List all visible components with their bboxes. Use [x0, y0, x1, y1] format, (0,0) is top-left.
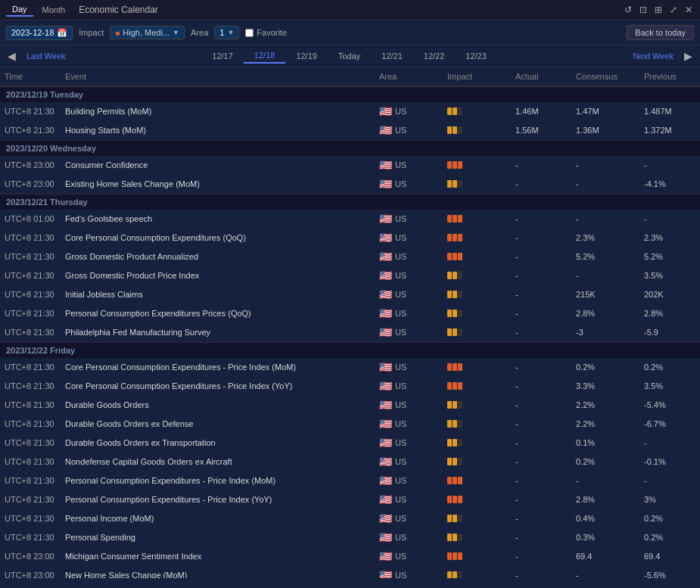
nav-date-1222[interactable]: 12/22 — [413, 49, 456, 63]
cell-time: UTC+8 21:30 — [0, 530, 61, 545]
area-text: US — [395, 107, 406, 116]
col-event: Event — [61, 70, 375, 82]
cell-previous: 1.487M — [639, 104, 700, 119]
flag-icon: 🇺🇸 — [379, 456, 392, 468]
impact-bars — [447, 552, 462, 560]
cell-actual: - — [511, 249, 571, 264]
impact-select[interactable]: ■ High, Medi... ▼ — [110, 26, 185, 39]
flag-icon: 🇺🇸 — [379, 159, 392, 171]
area-text: US — [395, 328, 406, 337]
cell-time: UTC+8 21:30 — [0, 492, 61, 507]
cell-event: Personal Spending — [61, 530, 375, 545]
impact-bars — [447, 571, 462, 578]
flag-icon: 🇺🇸 — [379, 288, 392, 300]
flag-icon: 🇺🇸 — [379, 232, 392, 244]
table-row[interactable]: UTC+8 21:30 Gross Domestic Product Price… — [0, 266, 700, 285]
cell-previous: 5.2% — [639, 249, 700, 264]
layout2-icon[interactable]: ⊞ — [653, 3, 664, 17]
table-row[interactable]: UTC+8 23:00 Existing Home Sales Change (… — [0, 175, 700, 194]
area-select[interactable]: 1 ▼ — [214, 26, 239, 39]
cell-impact — [443, 455, 511, 468]
cell-impact — [443, 269, 511, 282]
table-row[interactable]: UTC+8 21:30 Initial Jobless Claims 🇺🇸 US… — [0, 285, 700, 304]
area-text: US — [395, 179, 406, 188]
favorite-checkbox[interactable] — [245, 29, 254, 37]
impact-label: Impact — [79, 28, 104, 37]
cell-consensus: 5.2% — [571, 249, 639, 264]
cell-actual: - — [511, 511, 571, 526]
area-value: 1 — [219, 28, 224, 37]
cell-area: 🇺🇸 US — [375, 377, 443, 395]
cell-actual: - — [511, 268, 571, 283]
flag-icon: 🇺🇸 — [379, 361, 392, 373]
cell-impact — [443, 474, 511, 487]
table-row[interactable]: UTC+8 21:30 Personal Income (MoM) 🇺🇸 US … — [0, 509, 700, 528]
nav-right-arrow[interactable]: ▶ — [680, 48, 697, 64]
cell-consensus: 2.3% — [571, 230, 639, 245]
nav-last-week[interactable]: Last Week — [20, 50, 72, 62]
table-row[interactable]: UTC+8 21:30 Philadelphia Fed Manufacturi… — [0, 323, 700, 342]
cell-event: New Home Sales Change (MoM) — [61, 568, 375, 578]
table-row[interactable]: UTC+8 23:00 Consumer Confidence 🇺🇸 US - … — [0, 156, 700, 175]
cell-area: 🇺🇸 US — [375, 471, 443, 490]
table-row[interactable]: UTC+8 21:30 Core Personal Consumption Ex… — [0, 229, 700, 247]
nav-left-arrow[interactable]: ◀ — [3, 48, 20, 64]
table-row[interactable]: UTC+8 23:00 New Home Sales Change (MoM) … — [0, 566, 700, 578]
favorite-checkbox-label[interactable]: Favorite — [245, 28, 287, 37]
cell-time: UTC+8 23:00 — [0, 549, 61, 564]
date-input[interactable]: 2023-12-18 📅 — [6, 26, 73, 40]
nav-date-1219[interactable]: 12/19 — [285, 49, 328, 63]
cell-impact — [443, 530, 511, 544]
cell-actual: - — [511, 287, 571, 302]
cell-previous: -5.9 — [639, 325, 700, 340]
tab-month[interactable]: Month — [36, 4, 72, 16]
cell-impact — [443, 123, 511, 137]
nav-date-today[interactable]: Today — [328, 49, 371, 63]
table-row[interactable]: UTC+8 21:30 Durable Goods Orders 🇺🇸 US -… — [0, 396, 700, 415]
table-row[interactable]: UTC+8 21:30 Personal Consumption Expendi… — [0, 304, 700, 323]
cell-impact — [443, 436, 511, 450]
table-row[interactable]: UTC+8 21:30 Personal Consumption Expendi… — [0, 490, 700, 509]
table-row[interactable]: UTC+8 21:30 Nondefense Capital Goods Ord… — [0, 453, 700, 471]
table-row[interactable]: UTC+8 21:30 Core Personal Consumption Ex… — [0, 377, 700, 396]
refresh-icon[interactable]: ↺ — [623, 3, 633, 17]
table-row[interactable]: UTC+8 21:30 Gross Domestic Product Annua… — [0, 247, 700, 266]
nav-date-1217[interactable]: 12/17 — [201, 49, 244, 63]
flag-icon: 🇺🇸 — [379, 418, 392, 430]
table-row[interactable]: UTC+8 21:30 Durable Goods Orders ex Tran… — [0, 434, 700, 453]
layout1-icon[interactable]: ⊡ — [638, 3, 649, 17]
nav-date-1218[interactable]: 12/18 — [244, 48, 286, 64]
cell-impact — [443, 360, 511, 374]
close-icon[interactable]: ✕ — [683, 3, 694, 17]
impact-bars — [447, 215, 462, 222]
cell-area: 🇺🇸 US — [375, 396, 443, 414]
calendar-icon[interactable]: 📅 — [57, 28, 67, 38]
table-row[interactable]: UTC+8 23:00 Michigan Consumer Sentiment … — [0, 547, 700, 566]
cell-area: 🇺🇸 US — [375, 358, 443, 376]
cell-impact — [443, 288, 511, 301]
tab-day[interactable]: Day — [6, 3, 33, 17]
cell-previous: 2.3% — [639, 230, 700, 245]
table-row[interactable]: UTC+8 21:30 Personal Consumption Expendi… — [0, 471, 700, 490]
table-row[interactable]: UTC+8 01:00 Fed's Goolsbee speech 🇺🇸 US … — [0, 210, 700, 229]
cell-previous: -5.4% — [639, 397, 700, 412]
nav-next-week[interactable]: Next Week — [627, 50, 680, 62]
impact-value: High, Medi... — [123, 28, 170, 37]
table-row[interactable]: UTC+8 21:30 Housing Starts (MoM) 🇺🇸 US 1… — [0, 121, 700, 140]
cell-time: UTC+8 21:30 — [0, 104, 61, 119]
table-row[interactable]: UTC+8 21:30 Personal Spending 🇺🇸 US - 0.… — [0, 528, 700, 547]
cell-consensus: 2.2% — [571, 397, 639, 412]
table-row[interactable]: UTC+8 21:30 Building Permits (MoM) 🇺🇸 US… — [0, 102, 700, 121]
nav-date-1221[interactable]: 12/21 — [371, 49, 413, 63]
expand-icon[interactable]: ⤢ — [668, 3, 679, 17]
cell-previous: 69.4 — [639, 549, 700, 564]
area-text: US — [395, 495, 406, 504]
cell-previous: 3.5% — [639, 378, 700, 394]
nav-date-1223[interactable]: 12/23 — [455, 49, 497, 63]
cell-area: 🇺🇸 US — [375, 415, 443, 433]
flag-icon: 🇺🇸 — [379, 105, 392, 117]
table-row[interactable]: UTC+8 21:30 Durable Goods Orders ex Defe… — [0, 415, 700, 434]
back-to-today-button[interactable]: Back to today — [627, 25, 694, 40]
table-row[interactable]: UTC+8 21:30 Core Personal Consumption Ex… — [0, 358, 700, 377]
cell-previous: 3.5% — [639, 268, 700, 283]
